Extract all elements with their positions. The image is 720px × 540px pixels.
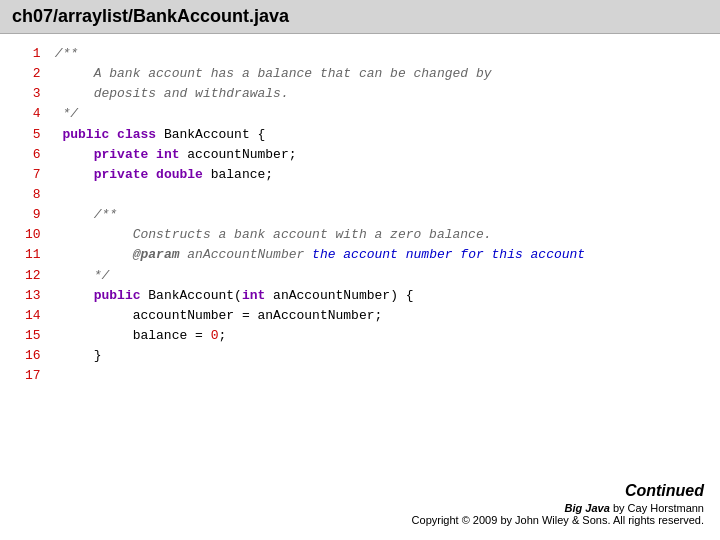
table-row: 7 private double balance; — [10, 165, 720, 185]
copyright-label: Big Java by Cay HorstmannCopyright © 200… — [412, 502, 704, 526]
line-number: 5 — [10, 125, 55, 145]
table-row: 10 Constructs a bank account with a zero… — [10, 225, 720, 245]
code-table: 1/**2 A bank account has a balance that … — [10, 44, 720, 386]
table-row: 9 /** — [10, 205, 720, 225]
line-number: 9 — [10, 205, 55, 225]
line-code: private double balance; — [55, 165, 720, 185]
line-code: @param anAccountNumber the account numbe… — [55, 245, 720, 265]
table-row: 15 balance = 0; — [10, 326, 720, 346]
line-code: /** — [55, 205, 720, 225]
line-code: */ — [55, 104, 720, 124]
line-code: } — [55, 346, 720, 366]
line-code: private int accountNumber; — [55, 145, 720, 165]
line-number: 15 — [10, 326, 55, 346]
table-row: 2 A bank account has a balance that can … — [10, 64, 720, 84]
line-number: 12 — [10, 266, 55, 286]
table-row: 13 public BankAccount(int anAccountNumbe… — [10, 286, 720, 306]
line-code — [55, 366, 720, 386]
line-number: 16 — [10, 346, 55, 366]
line-code: deposits and withdrawals. — [55, 84, 720, 104]
page-title: ch07/arraylist/BankAccount.java — [0, 0, 720, 34]
line-code: accountNumber = anAccountNumber; — [55, 306, 720, 326]
table-row: 16 } — [10, 346, 720, 366]
table-row: 5 public class BankAccount { — [10, 125, 720, 145]
line-number: 4 — [10, 104, 55, 124]
line-number: 2 — [10, 64, 55, 84]
table-row: 3 deposits and withdrawals. — [10, 84, 720, 104]
line-code: /** — [55, 44, 720, 64]
line-number: 17 — [10, 366, 55, 386]
table-row: 11 @param anAccountNumber the account nu… — [10, 245, 720, 265]
line-number: 13 — [10, 286, 55, 306]
line-code: Constructs a bank account with a zero ba… — [55, 225, 720, 245]
table-row: 14 accountNumber = anAccountNumber; — [10, 306, 720, 326]
line-number: 3 — [10, 84, 55, 104]
copyright-text: by Cay HorstmannCopyright © 2009 by John… — [412, 502, 704, 526]
continued-label: Continued — [412, 482, 704, 500]
code-area: 1/**2 A bank account has a balance that … — [0, 34, 720, 396]
line-code: A bank account has a balance that can be… — [55, 64, 720, 84]
line-code: public class BankAccount { — [55, 125, 720, 145]
line-number: 7 — [10, 165, 55, 185]
table-row: 1/** — [10, 44, 720, 64]
line-code — [55, 185, 720, 205]
line-code: public BankAccount(int anAccountNumber) … — [55, 286, 720, 306]
line-code: balance = 0; — [55, 326, 720, 346]
line-number: 6 — [10, 145, 55, 165]
line-number: 1 — [10, 44, 55, 64]
table-row: 17 — [10, 366, 720, 386]
footer: Continued Big Java by Cay HorstmannCopyr… — [412, 482, 704, 526]
big-java-label: Big Java — [565, 502, 610, 514]
table-row: 4 */ — [10, 104, 720, 124]
line-number: 8 — [10, 185, 55, 205]
table-row: 8 — [10, 185, 720, 205]
line-code: */ — [55, 266, 720, 286]
line-number: 10 — [10, 225, 55, 245]
table-row: 6 private int accountNumber; — [10, 145, 720, 165]
line-number: 11 — [10, 245, 55, 265]
line-number: 14 — [10, 306, 55, 326]
table-row: 12 */ — [10, 266, 720, 286]
